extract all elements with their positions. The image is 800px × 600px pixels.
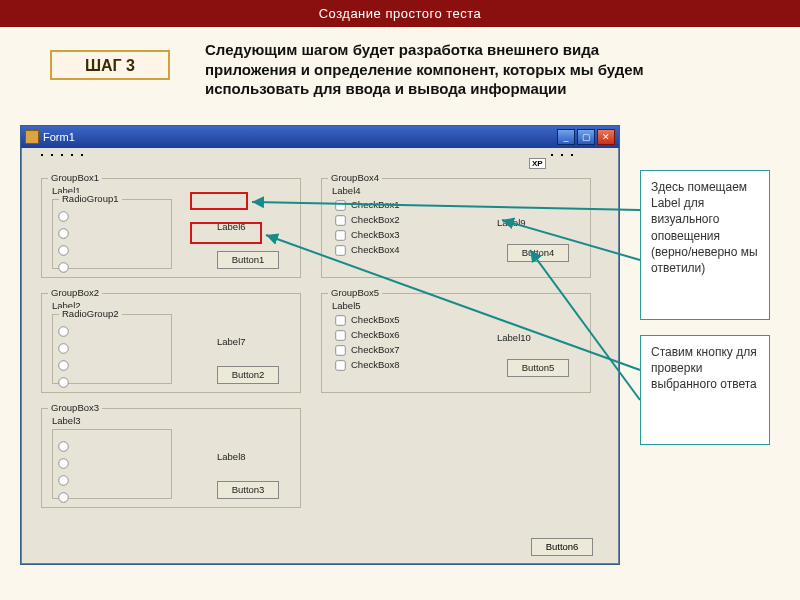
radio-option[interactable] — [57, 244, 167, 259]
button3[interactable]: Button3 — [217, 481, 279, 499]
radiogroup1[interactable]: RadioGroup1 — [52, 199, 172, 269]
step-badge: ШАГ 3 — [50, 50, 170, 80]
checkbox2[interactable]: CheckBox2 — [334, 214, 400, 227]
app-icon — [25, 130, 39, 144]
page-title: Создание простого теста — [319, 6, 482, 21]
page-header: Создание простого теста — [0, 0, 800, 27]
label6: Label6 — [217, 221, 246, 232]
groupbox3-title: GroupBox3 — [48, 402, 102, 413]
button5[interactable]: Button5 — [507, 359, 569, 377]
groupbox2: GroupBox2 Label2 RadioGroup2 Label7 Butt… — [41, 293, 301, 393]
radio-option[interactable] — [57, 474, 167, 489]
radio-option[interactable] — [57, 457, 167, 472]
label7: Label7 — [217, 336, 246, 347]
radio-option[interactable] — [57, 325, 167, 340]
minimize-button[interactable]: _ — [557, 129, 575, 145]
form-window: Form1 _ ▢ ✕ XP GroupBox1 Label1 RadioGro… — [20, 125, 620, 565]
radio-option[interactable] — [57, 261, 167, 276]
label9: Label9 — [497, 217, 526, 228]
label3: Label3 — [52, 415, 81, 426]
maximize-button[interactable]: ▢ — [577, 129, 595, 145]
client-area: XP GroupBox1 Label1 RadioGroup1 Label6 B… — [21, 148, 619, 564]
groupbox4: GroupBox4 Label4 CheckBox1 CheckBox2 Che… — [321, 178, 591, 278]
button2[interactable]: Button2 — [217, 366, 279, 384]
radio-option[interactable] — [57, 491, 167, 506]
xp-icon: XP — [529, 158, 546, 169]
label10: Label10 — [497, 332, 531, 343]
groupbox5: GroupBox5 Label5 CheckBox5 CheckBox6 Che… — [321, 293, 591, 393]
checkbox1[interactable]: CheckBox1 — [334, 199, 400, 212]
label5: Label5 — [332, 300, 361, 311]
step-label: ШАГ 3 — [85, 57, 135, 74]
checkbox3[interactable]: CheckBox3 — [334, 229, 400, 242]
radio-option[interactable] — [57, 227, 167, 242]
radio-option[interactable] — [57, 440, 167, 455]
lead-text: Следующим шагом будет разработка внешнег… — [205, 40, 665, 99]
radiogroup2[interactable]: RadioGroup2 — [52, 314, 172, 384]
checkbox7[interactable]: CheckBox7 — [334, 344, 400, 357]
groupbox1-title: GroupBox1 — [48, 172, 102, 183]
button4[interactable]: Button4 — [507, 244, 569, 262]
radio-option[interactable] — [57, 359, 167, 374]
checkbox4[interactable]: CheckBox4 — [334, 244, 400, 257]
groupbox3: GroupBox3 Label3 Label8 Button3 — [41, 408, 301, 508]
radiogroup3[interactable] — [52, 429, 172, 499]
radio-option[interactable] — [57, 376, 167, 391]
button6[interactable]: Button6 — [531, 538, 593, 556]
button1[interactable]: Button1 — [217, 251, 279, 269]
groupbox2-title: GroupBox2 — [48, 287, 102, 298]
groupbox4-title: GroupBox4 — [328, 172, 382, 183]
window-title: Form1 — [43, 131, 75, 143]
close-button[interactable]: ✕ — [597, 129, 615, 145]
checkbox8[interactable]: CheckBox8 — [334, 359, 400, 372]
radio-option[interactable] — [57, 342, 167, 357]
note-label: Здесь помещаем Label для визуального опо… — [640, 170, 770, 320]
titlebar: Form1 _ ▢ ✕ — [21, 126, 619, 148]
label4: Label4 — [332, 185, 361, 196]
checkbox5[interactable]: CheckBox5 — [334, 314, 400, 327]
groupbox1: GroupBox1 Label1 RadioGroup1 Label6 Butt… — [41, 178, 301, 278]
groupbox5-title: GroupBox5 — [328, 287, 382, 298]
note-button: Ставим кнопку для проверки выбранного от… — [640, 335, 770, 445]
radio-option[interactable] — [57, 210, 167, 225]
label8: Label8 — [217, 451, 246, 462]
checkbox6[interactable]: CheckBox6 — [334, 329, 400, 342]
